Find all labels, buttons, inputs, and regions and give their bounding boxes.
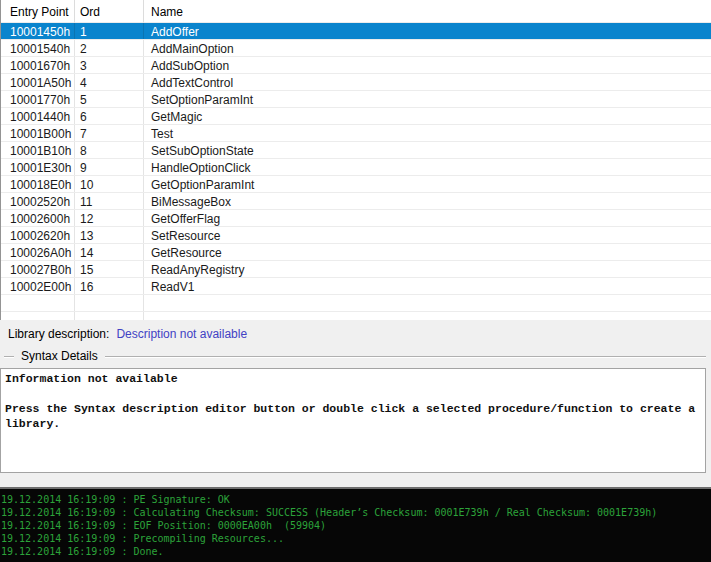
console-log-line: 19.12.2014 16:19:09 : EOF Position: 0000…	[1, 519, 711, 532]
cell-ord: 1	[75, 23, 144, 39]
syntax-details-text: Information not available Press the Synt…	[0, 368, 706, 473]
table-body: 10001450h 1 AddOffer 10001540h 2 AddMain…	[1, 23, 711, 320]
cell-ord	[75, 312, 144, 320]
cell-name: GetOfferFlag	[144, 210, 711, 226]
table-row[interactable]: 10001440h 6 GetMagic	[1, 108, 711, 125]
cell-entry-point: 10001A50h	[1, 74, 75, 90]
table-row[interactable]: 100018E0h 10 GetOptionParamInt	[1, 176, 711, 193]
table-header-row: Entry Point Ord Name	[1, 0, 711, 23]
cell-ord	[75, 295, 144, 311]
cell-entry-point: 10002600h	[1, 210, 75, 226]
cell-name: AddSubOption	[144, 57, 711, 73]
console-log-line: 19.12.2014 16:19:09 : Done.	[1, 545, 711, 558]
cell-ord: 6	[75, 108, 144, 124]
cell-name	[144, 295, 711, 311]
table-row[interactable]: 100027B0h 15 ReadAnyRegistry	[1, 261, 711, 278]
cell-ord: 4	[75, 74, 144, 90]
table-row[interactable]: 10002620h 13 SetResource	[1, 227, 711, 244]
cell-entry-point: 10001540h	[1, 40, 75, 56]
syntax-group-label: Syntax Details	[14, 349, 105, 363]
table-row[interactable]: 10002520h 11 BiMessageBox	[1, 193, 711, 210]
cell-entry-point: 100027B0h	[1, 261, 75, 277]
cell-name: AddMainOption	[144, 40, 711, 56]
table-row[interactable]: 10001770h 5 SetOptionParamInt	[1, 91, 711, 108]
column-header-entry-point[interactable]: Entry Point	[1, 0, 75, 23]
cell-ord: 12	[75, 210, 144, 226]
cell-entry-point: 10001E30h	[1, 159, 75, 175]
cell-ord: 14	[75, 244, 144, 260]
cell-name: Test	[144, 125, 711, 141]
exports-table: Entry Point Ord Name 10001450h 1 AddOffe…	[0, 0, 711, 320]
cell-ord: 5	[75, 91, 144, 107]
cell-name: SetResource	[144, 227, 711, 243]
cell-ord: 9	[75, 159, 144, 175]
cell-name: ReadV1	[144, 278, 711, 294]
cell-name: HandleOptionClick	[144, 159, 711, 175]
cell-entry-point: 100026A0h	[1, 244, 75, 260]
library-description-value: Description not available	[116, 327, 247, 341]
cell-name: GetResource	[144, 244, 711, 260]
console-log-line: 19.12.2014 16:19:09 : PE Signature: OK	[1, 493, 711, 506]
table-row[interactable]	[1, 295, 711, 312]
cell-ord: 3	[75, 57, 144, 73]
console-log-line: 19.12.2014 16:19:09 : Precompiling Resou…	[1, 532, 711, 545]
cell-name: GetMagic	[144, 108, 711, 124]
exports-viewer-screen: Entry Point Ord Name 10001450h 1 AddOffe…	[0, 0, 711, 562]
syntax-group-border	[4, 356, 706, 357]
table-row[interactable]: 10001670h 3 AddSubOption	[1, 57, 711, 74]
cell-entry-point	[1, 295, 75, 311]
cell-name: SetOptionParamInt	[144, 91, 711, 107]
cell-name: GetOptionParamInt	[144, 176, 711, 192]
column-header-ord[interactable]: Ord	[75, 0, 144, 23]
cell-ord: 16	[75, 278, 144, 294]
cell-entry-point: 10001B10h	[1, 142, 75, 158]
table-row[interactable]: 10001A50h 4 AddTextControl	[1, 74, 711, 91]
library-description-bar: Library description: Description not ava…	[8, 327, 247, 341]
cell-entry-point	[1, 312, 75, 320]
cell-entry-point: 10001670h	[1, 57, 75, 73]
cell-ord: 7	[75, 125, 144, 141]
table-row[interactable]: 10001B10h 8 SetSubOptionState	[1, 142, 711, 159]
cell-ord: 10	[75, 176, 144, 192]
table-row[interactable]: 10001E30h 9 HandleOptionClick	[1, 159, 711, 176]
cell-ord: 8	[75, 142, 144, 158]
cell-ord: 11	[75, 193, 144, 209]
table-row[interactable]	[1, 312, 711, 320]
cell-name	[144, 312, 711, 320]
cell-entry-point: 10002620h	[1, 227, 75, 243]
cell-ord: 2	[75, 40, 144, 56]
cell-name: AddOffer	[144, 23, 711, 39]
table-row[interactable]: 10001B00h 7 Test	[1, 125, 711, 142]
library-description-label: Library description:	[8, 327, 109, 341]
cell-name: AddTextControl	[144, 74, 711, 90]
table-row[interactable]: 10001450h 1 AddOffer	[1, 23, 711, 40]
cell-entry-point: 10001770h	[1, 91, 75, 107]
column-header-name[interactable]: Name	[144, 0, 711, 23]
cell-ord: 13	[75, 227, 144, 243]
cell-entry-point: 10001B00h	[1, 125, 75, 141]
cell-name: SetSubOptionState	[144, 142, 711, 158]
cell-ord: 15	[75, 261, 144, 277]
cell-entry-point: 10002E00h	[1, 278, 75, 294]
cell-entry-point: 10001440h	[1, 108, 75, 124]
cell-name: BiMessageBox	[144, 193, 711, 209]
cell-entry-point: 10002520h	[1, 193, 75, 209]
table-row[interactable]: 100026A0h 14 GetResource	[1, 244, 711, 261]
table-row[interactable]: 10001540h 2 AddMainOption	[1, 40, 711, 57]
table-row[interactable]: 10002E00h 16 ReadV1	[1, 278, 711, 295]
table-row[interactable]: 10002600h 12 GetOfferFlag	[1, 210, 711, 227]
log-console: 19.12.2014 16:19:09 : PE Signature: OK19…	[0, 487, 711, 562]
cell-entry-point: 100018E0h	[1, 176, 75, 192]
cell-name: ReadAnyRegistry	[144, 261, 711, 277]
console-log-line: 19.12.2014 16:19:09 : Calculating Checks…	[1, 506, 711, 519]
cell-entry-point: 10001450h	[1, 23, 75, 39]
